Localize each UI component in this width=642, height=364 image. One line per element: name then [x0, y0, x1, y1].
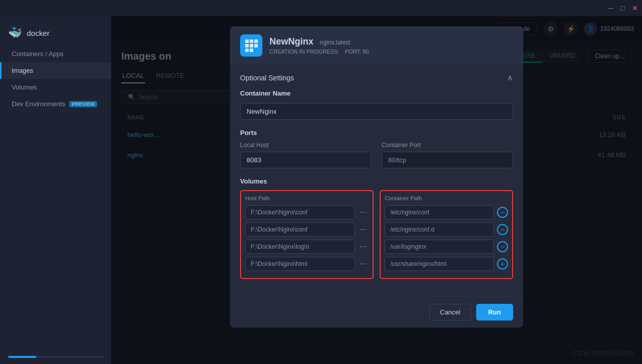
cancel-button[interactable]: Cancel — [429, 304, 471, 321]
main-content: Upgrade ⚙ ⚡ 👤 1924086063 Images on IN US… — [111, 16, 642, 364]
container-name-section: Container Name — [240, 89, 513, 120]
modal-footer: Cancel Run — [230, 296, 523, 328]
volume-row: ··· — [245, 222, 369, 237]
preview-badge: PREVIEW — [69, 101, 97, 107]
sidebar-item-label: Images — [12, 67, 33, 74]
host-path-input-2[interactable] — [245, 240, 355, 254]
volume-row: + — [385, 257, 508, 271]
volumes-section: Volumes Host Path ··· — [240, 177, 513, 279]
volume-menu-icon-2[interactable]: ··· — [358, 241, 369, 252]
host-path-input-0[interactable] — [245, 205, 355, 219]
modal-tag: nginx:latest — [319, 39, 350, 46]
svg-rect-1 — [250, 39, 253, 43]
minimize-button[interactable]: ─ — [608, 5, 614, 11]
container-port-group: Container Port — [382, 142, 513, 168]
volumes-label: Volumes — [240, 177, 513, 185]
svg-rect-6 — [245, 49, 249, 52]
sidebar-bottom — [0, 350, 111, 364]
local-host-group: Local Host — [240, 142, 372, 168]
volume-menu-icon-1[interactable]: ··· — [358, 224, 369, 235]
volume-row: ··· — [245, 205, 369, 219]
volume-row: − — [385, 205, 508, 219]
modal-header: NewNginx nginx:latest CREATION IN PROGRE… — [230, 26, 523, 65]
volume-row: − — [385, 240, 508, 254]
host-path-label: Host Path — [245, 195, 369, 201]
close-button[interactable]: ✕ — [632, 5, 638, 11]
sidebar-header: 🐳 docker — [0, 20, 111, 46]
container-path-label: Container Path — [385, 195, 508, 201]
local-host-input[interactable] — [240, 152, 372, 168]
optional-settings-label: Optional Settings — [240, 74, 294, 82]
docker-logo-icon: 🐳 — [8, 26, 22, 39]
modal-title: NewNginx — [269, 36, 313, 47]
volume-menu-icon-0[interactable]: ··· — [358, 207, 369, 218]
sidebar-progress-fill — [8, 356, 36, 358]
local-host-label: Local Host — [240, 142, 372, 149]
svg-rect-3 — [245, 44, 249, 48]
modal-title-area: NewNginx nginx:latest CREATION IN PROGRE… — [269, 36, 513, 55]
modal: NewNginx nginx:latest CREATION IN PROGRE… — [230, 26, 523, 328]
svg-rect-2 — [254, 39, 258, 43]
host-path-input-3[interactable] — [245, 257, 355, 271]
sidebar-item-volumes[interactable]: Volumes — [0, 79, 111, 96]
run-button[interactable]: Run — [476, 304, 513, 321]
modal-title-row: NewNginx nginx:latest — [269, 36, 513, 47]
container-path-column: Container Path − − — [380, 190, 513, 279]
modal-subtitle: CREATION IN PROGRESS PORT: 80 — [269, 49, 513, 55]
modal-overlay: NewNginx nginx:latest CREATION IN PROGRE… — [111, 16, 642, 364]
container-name-label: Container Name — [240, 89, 513, 97]
optional-settings-toggle[interactable]: Optional Settings ∧ — [240, 73, 513, 82]
svg-rect-5 — [254, 44, 258, 48]
volume-remove-button-2[interactable]: − — [497, 241, 508, 252]
volume-add-button-3[interactable]: + — [497, 258, 508, 269]
modal-app-icon — [240, 34, 262, 57]
svg-rect-4 — [250, 44, 253, 48]
volumes-grid: Host Path ··· ··· — [240, 190, 513, 279]
modal-body: Optional Settings ∧ Container Name Ports — [230, 65, 523, 296]
host-path-column: Host Path ··· ··· — [240, 190, 374, 279]
ports-label: Ports — [240, 129, 513, 136]
container-name-input[interactable] — [240, 103, 513, 120]
volume-remove-button-1[interactable]: − — [497, 224, 508, 235]
sidebar-item-label: Containers / Apps — [12, 50, 64, 58]
volume-row: ··· — [245, 257, 369, 271]
container-path-input-0[interactable] — [385, 205, 494, 219]
container-port-input — [382, 152, 513, 168]
svg-rect-7 — [250, 49, 253, 52]
collapse-icon: ∧ — [507, 73, 513, 82]
sidebar: 🐳 docker Containers / Apps Images Volume… — [0, 16, 111, 364]
app-container: 🐳 docker Containers / Apps Images Volume… — [0, 16, 642, 364]
sidebar-item-images[interactable]: Images — [0, 62, 111, 79]
creation-status: CREATION IN PROGRESS — [269, 49, 338, 55]
volume-menu-icon-3[interactable]: ··· — [358, 258, 369, 269]
port-info: PORT: 80 — [345, 49, 369, 55]
sidebar-item-label: Volumes — [12, 83, 37, 91]
container-path-input-2[interactable] — [385, 240, 494, 254]
volume-remove-button-0[interactable]: − — [497, 207, 508, 218]
container-port-label: Container Port — [382, 142, 513, 149]
container-path-input-3[interactable] — [385, 257, 494, 271]
volume-row: ··· — [245, 240, 369, 254]
app-name: docker — [27, 29, 50, 37]
volume-row: − — [385, 222, 508, 237]
container-path-input-1[interactable] — [385, 222, 494, 237]
sidebar-item-containers[interactable]: Containers / Apps — [0, 46, 111, 62]
ports-row: Local Host Container Port — [240, 142, 513, 168]
sidebar-item-label: Dev Environments — [12, 100, 65, 108]
sidebar-item-dev-environments[interactable]: Dev Environments PREVIEW — [0, 96, 111, 112]
host-path-input-1[interactable] — [245, 222, 355, 237]
sidebar-progress — [8, 356, 103, 358]
maximize-button[interactable]: □ — [620, 5, 626, 11]
ports-section: Ports Local Host Container Port — [240, 129, 513, 168]
titlebar-controls: ─ □ ✕ — [608, 5, 638, 11]
titlebar: ─ □ ✕ — [0, 0, 642, 16]
svg-rect-0 — [245, 39, 249, 43]
